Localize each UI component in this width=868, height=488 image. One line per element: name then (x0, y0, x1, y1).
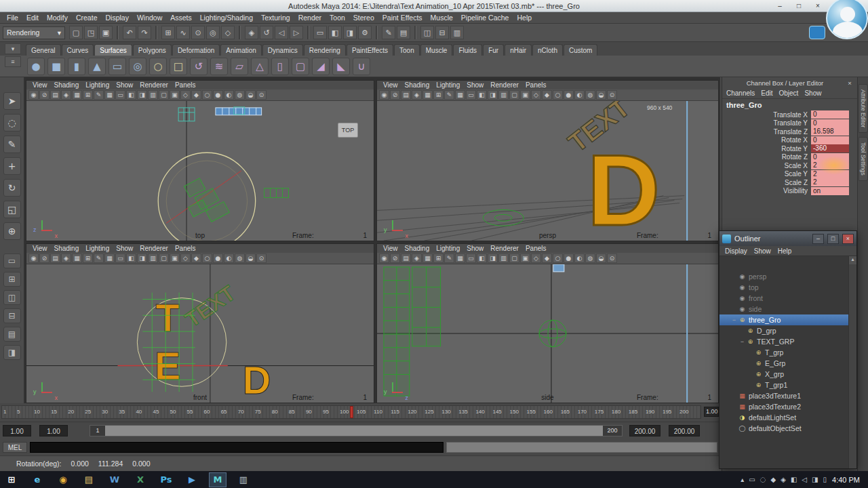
hypershade-persp-layout[interactable]: ▤ (3, 327, 21, 342)
nurbs-cube-icon[interactable]: ■ (47, 58, 65, 75)
shelf-tab-dynamics[interactable]: Dynamics (262, 44, 303, 56)
extrude-icon[interactable]: △ (251, 58, 269, 75)
bookmark-view-icon[interactable]: ◈ (61, 90, 71, 100)
range-start-handle[interactable]: 1 (90, 426, 105, 436)
channel-box-menu-show[interactable]: Show (804, 89, 821, 97)
new-scene-icon[interactable]: ▢ (69, 26, 83, 39)
outliner-item-top[interactable]: ◉top (719, 282, 856, 293)
channel-value-field[interactable]: 0 (811, 136, 849, 144)
isolate-select-icon[interactable]: ⊙ (256, 90, 267, 100)
resolution-gate-icon[interactable]: ◧ (126, 90, 136, 100)
nurbs-cone-icon[interactable]: ▲ (88, 58, 106, 75)
sidebar-tab-tool-settings[interactable]: Tool Settings (859, 137, 868, 181)
shaded-display-icon[interactable]: ● (564, 90, 574, 100)
notepad-icon[interactable]: ▥ (235, 472, 252, 487)
resolution-gate-icon[interactable]: ◧ (477, 253, 487, 263)
maximize-button[interactable]: □ (792, 1, 806, 11)
outliner-menu-display[interactable]: Display (725, 247, 747, 255)
show-hidden-icons[interactable]: ▴ (741, 476, 744, 483)
field-chart-icon[interactable]: ▥ (498, 253, 509, 263)
shelf-tab-ncloth[interactable]: nCloth (532, 44, 563, 56)
viewport-top-menu-lighting[interactable]: Lighting (82, 81, 113, 89)
grid-toggle-icon[interactable]: ▦ (455, 253, 465, 263)
menu-file[interactable]: File (3, 14, 22, 22)
textured-display-icon[interactable]: ◐ (574, 90, 585, 100)
list-output-connections-icon[interactable]: ▷ (290, 26, 303, 39)
maya-icon[interactable]: M (209, 472, 226, 487)
lock-camera-icon[interactable]: ⊘ (390, 253, 400, 263)
menu-window[interactable]: Window (133, 14, 166, 22)
universal-manipulator-tool[interactable]: ⊕ (3, 222, 21, 240)
safe-action-icon[interactable]: ▢ (509, 253, 519, 263)
outliner-item-e-grp[interactable]: ⊕E_Grp (719, 358, 856, 369)
current-time-field[interactable]: 1.00 (704, 407, 719, 417)
media-player-icon[interactable]: ▶ (183, 472, 201, 487)
excel-icon[interactable]: X (132, 472, 149, 487)
bookmark-view-icon[interactable]: ◈ (412, 90, 422, 100)
textured-display-icon[interactable]: ◐ (224, 253, 234, 263)
animation-end-field[interactable]: 200.00 (669, 425, 700, 436)
range-end-handle[interactable]: 200 (603, 426, 622, 436)
attach-surfaces-icon[interactable]: ∪ (353, 58, 370, 75)
lock-camera-icon[interactable]: ⊘ (390, 90, 400, 100)
field-chart-icon[interactable]: ▥ (148, 90, 158, 100)
safe-title-icon[interactable]: ▣ (170, 90, 180, 100)
show-attribute-editor-icon[interactable]: ◫ (420, 26, 434, 39)
expand-toggle-icon[interactable]: − (730, 317, 738, 323)
shelf-menu[interactable]: ≡ (5, 56, 21, 67)
viewport-front-menu-shading[interactable]: Shading (51, 245, 83, 252)
persp-persp-layout[interactable]: ◨ (3, 345, 21, 360)
nurbs-plane-icon[interactable]: ▭ (108, 58, 126, 75)
frame-all-icon[interactable]: ◇ (531, 253, 541, 263)
viewport-persp-menu-renderer[interactable]: Renderer (487, 81, 522, 89)
graphics-icon[interactable]: ◈ (781, 476, 786, 483)
two-d-pan-zoom-icon[interactable]: ⊞ (433, 253, 443, 263)
isolate-select-icon[interactable]: ⊙ (256, 253, 267, 263)
two-d-pan-zoom-icon[interactable]: ⊞ (83, 90, 93, 100)
menu-set-selector[interactable]: Rendering ▾ (3, 26, 65, 39)
field-chart-icon[interactable]: ▥ (498, 90, 509, 100)
xray-display-icon[interactable]: ◒ (245, 90, 256, 100)
menu-edit[interactable]: Edit (22, 14, 43, 22)
battery-icon[interactable]: ▯ (823, 476, 827, 483)
film-gate-icon[interactable]: ▭ (466, 90, 476, 100)
shelf-tab-curves[interactable]: Curves (62, 44, 94, 56)
revolve-icon[interactable]: ↺ (190, 58, 208, 75)
viewport-top-menu-shading[interactable]: Shading (51, 81, 83, 89)
channel-value-field[interactable]: on (811, 187, 849, 195)
isolate-select-icon[interactable]: ⊙ (607, 253, 617, 263)
redo-icon[interactable]: ↷ (138, 26, 151, 39)
viewport-side-menu-show[interactable]: Show (463, 245, 487, 252)
shelf-tab-fluids[interactable]: Fluids (453, 44, 482, 56)
wireframe-display-icon[interactable]: ○ (202, 253, 212, 263)
viewport-side-menu-lighting[interactable]: Lighting (433, 245, 463, 252)
shelf-tab-painteffects[interactable]: PaintEffects (347, 44, 393, 56)
channel-value-field[interactable]: 2 (811, 178, 849, 186)
nurbs-torus-icon[interactable]: ◎ (129, 58, 146, 75)
show-tool-settings-icon[interactable]: ⊟ (435, 26, 449, 39)
chrome-icon[interactable]: ◉ (54, 472, 72, 487)
camera-attributes-icon[interactable]: ▤ (401, 90, 411, 100)
move-tool[interactable]: + (3, 157, 21, 175)
use-default-material-icon[interactable]: ◍ (585, 90, 595, 100)
viewport-side-menu-panels[interactable]: Panels (522, 245, 550, 252)
frame-selection-icon[interactable]: ◆ (542, 253, 552, 263)
shelf-tab-deformation[interactable]: Deformation (172, 44, 220, 56)
viewport-top-canvas[interactable]: TOP z x top Frame: 1 (26, 101, 374, 241)
shelf-tab-general[interactable]: General (26, 44, 61, 56)
minimize-button[interactable]: – (773, 1, 787, 11)
shelf-tab-toon[interactable]: Toon (394, 44, 420, 56)
four-pane-layout[interactable]: ⊞ (3, 272, 21, 287)
outliner-item-place3dtexture1[interactable]: ▦place3dTexture1 (719, 390, 856, 401)
frame-selection-icon[interactable]: ◆ (542, 90, 552, 100)
viewport-persp-menu-shading[interactable]: Shading (401, 81, 433, 89)
safe-title-icon[interactable]: ▣ (520, 90, 530, 100)
network-icon[interactable]: ◨ (812, 476, 818, 483)
channel-value-field[interactable]: -360 (811, 144, 849, 152)
textured-display-icon[interactable]: ◐ (574, 253, 585, 263)
outliner-title-bar[interactable]: Outliner – □ × (719, 231, 856, 246)
menu-render[interactable]: Render (294, 14, 326, 22)
channel-value-field[interactable]: 0 (811, 153, 849, 161)
shelf-tab-muscle[interactable]: Muscle (420, 44, 453, 56)
outliner-item-front[interactable]: ◉front (719, 293, 856, 304)
